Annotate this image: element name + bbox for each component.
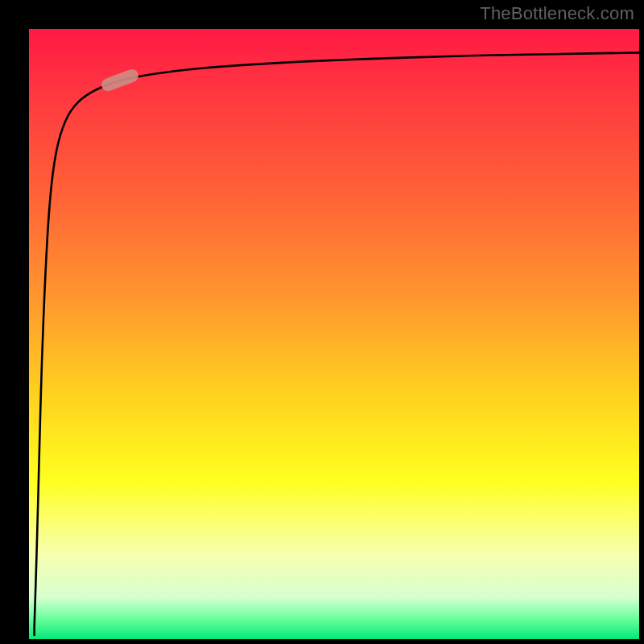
plot-area [28, 28, 640, 640]
watermark-text: TheBottleneck.com [480, 3, 634, 24]
chart-container: TheBottleneck.com [0, 0, 644, 644]
chart-svg [28, 28, 640, 640]
gradient-background [28, 28, 640, 640]
